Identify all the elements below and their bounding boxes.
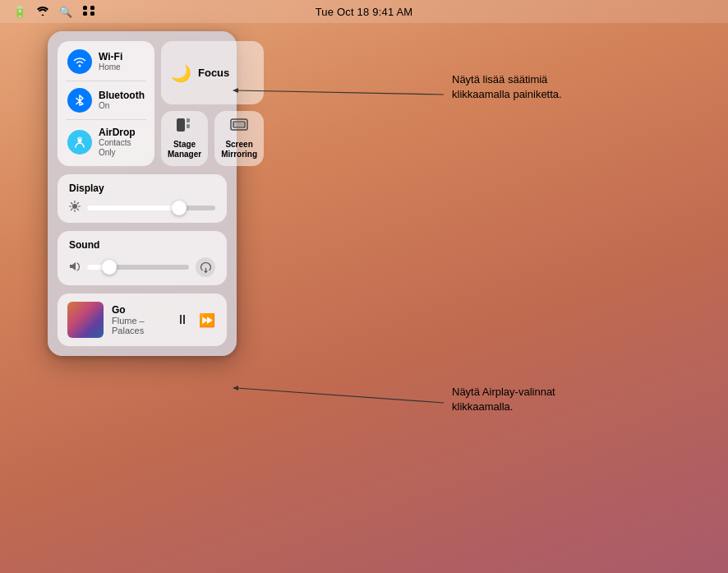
svg-line-18 <box>77 209 79 210</box>
divider-1 <box>66 81 146 81</box>
svg-marker-25 <box>233 386 238 390</box>
bluetooth-icon-circle <box>67 88 92 113</box>
album-art <box>67 302 104 338</box>
track-artist: Flume – Palaces <box>112 316 166 335</box>
album-art-image <box>67 302 104 338</box>
search-menubar-icon[interactable]: 🔍 <box>59 6 72 18</box>
airplay-annotation-text: Näytä Airplay-valinnat klikkaamalla. <box>452 385 600 414</box>
display-slider-row <box>69 201 215 215</box>
control-center-panel: Wi-Fi Home Bluetooth On <box>48 31 237 356</box>
bottom-tiles: Stage Manager Screen Mirroring <box>161 111 264 166</box>
svg-point-4 <box>79 64 81 67</box>
wifi-sublabel: Home <box>99 62 122 72</box>
svg-rect-7 <box>187 118 190 122</box>
brightness-icon <box>69 201 81 215</box>
stage-manager-tile[interactable]: Stage Manager <box>161 111 208 166</box>
svg-line-20 <box>71 209 73 210</box>
volume-thumb[interactable] <box>102 260 117 275</box>
screen-mirroring-label: Screen Mirroring <box>221 140 257 159</box>
display-section: Display <box>58 174 227 223</box>
airplay-annotation: Näytä Airplay-valinnat klikkaamalla. <box>452 385 600 414</box>
network-tile: Wi-Fi Home Bluetooth On <box>58 41 154 166</box>
stage-manager-icon <box>176 118 194 136</box>
svg-rect-1 <box>90 6 94 10</box>
bluetooth-item[interactable]: Bluetooth On <box>67 88 145 113</box>
divider-2 <box>66 119 146 120</box>
menubar: Tue Oct 18 9:41 AM 🔋 🔍 <box>0 0 728 23</box>
screen-mirroring-icon <box>230 118 248 136</box>
display-title: Display <box>69 183 215 194</box>
focus-annotation-text: Näytä lisää säätimiä klikkaamalla painik… <box>452 72 600 102</box>
skip-forward-button[interactable]: ⏩ <box>197 311 217 330</box>
sound-section: Sound <box>58 231 227 285</box>
brightness-fill <box>87 206 179 210</box>
svg-rect-3 <box>90 12 94 16</box>
focus-annotation: Näytä lisää säätimiä klikkaamalla painik… <box>452 72 600 102</box>
brightness-thumb[interactable] <box>172 201 187 215</box>
volume-slider[interactable] <box>87 265 189 270</box>
svg-line-17 <box>71 203 73 205</box>
airdrop-item[interactable]: AirDrop Contacts Only <box>67 127 145 158</box>
cc-top-row: Wi-Fi Home Bluetooth On <box>58 41 227 166</box>
focus-tile[interactable]: 🌙 Focus <box>161 41 264 104</box>
svg-line-22 <box>237 90 444 95</box>
svg-rect-6 <box>177 118 185 132</box>
menubar-time: Tue Oct 18 9:41 AM <box>316 6 413 18</box>
sound-slider-row <box>69 257 215 277</box>
volume-icon <box>69 261 81 274</box>
wifi-icon-circle <box>67 49 92 74</box>
battery-icon: 🔋 <box>13 6 26 18</box>
stage-manager-label: Stage Manager <box>168 140 201 159</box>
svg-line-24 <box>237 388 444 403</box>
right-column: 🌙 Focus Stage Manager <box>161 41 264 166</box>
bluetooth-sublabel: On <box>99 101 145 111</box>
menubar-left-icons: 🔋 🔍 <box>13 0 95 23</box>
focus-label: Focus <box>198 67 229 79</box>
wifi-menubar-icon <box>36 6 49 18</box>
track-info: Go Flume – Palaces <box>112 304 166 335</box>
svg-rect-0 <box>83 6 87 10</box>
airdrop-icon-circle <box>67 130 92 155</box>
svg-point-5 <box>78 139 82 143</box>
wifi-text: Wi-Fi Home <box>99 51 122 72</box>
screen-mirroring-tile[interactable]: Screen Mirroring <box>214 111 264 166</box>
control-center-menubar-icon[interactable] <box>82 5 95 19</box>
wifi-label: Wi-Fi <box>99 51 122 62</box>
pause-button[interactable]: ⏸ <box>174 311 191 329</box>
airdrop-sublabel: Contacts Only <box>99 138 145 158</box>
airdrop-label: AirDrop <box>99 127 145 138</box>
airplay-button[interactable] <box>196 257 215 277</box>
now-playing-section: Go Flume – Palaces ⏸ ⏩ <box>58 293 227 346</box>
focus-moon-icon: 🌙 <box>171 63 191 83</box>
bluetooth-text: Bluetooth On <box>99 90 145 111</box>
svg-rect-2 <box>83 12 87 16</box>
bluetooth-label: Bluetooth <box>99 90 145 101</box>
airdrop-text: AirDrop Contacts Only <box>99 127 145 158</box>
svg-line-19 <box>77 203 79 205</box>
brightness-slider[interactable] <box>87 206 215 210</box>
playback-controls: ⏸ ⏩ <box>174 311 217 330</box>
svg-rect-8 <box>187 124 190 128</box>
sound-title: Sound <box>69 239 215 251</box>
svg-point-12 <box>72 204 77 209</box>
track-name: Go <box>112 304 166 316</box>
wifi-item[interactable]: Wi-Fi Home <box>67 49 145 74</box>
